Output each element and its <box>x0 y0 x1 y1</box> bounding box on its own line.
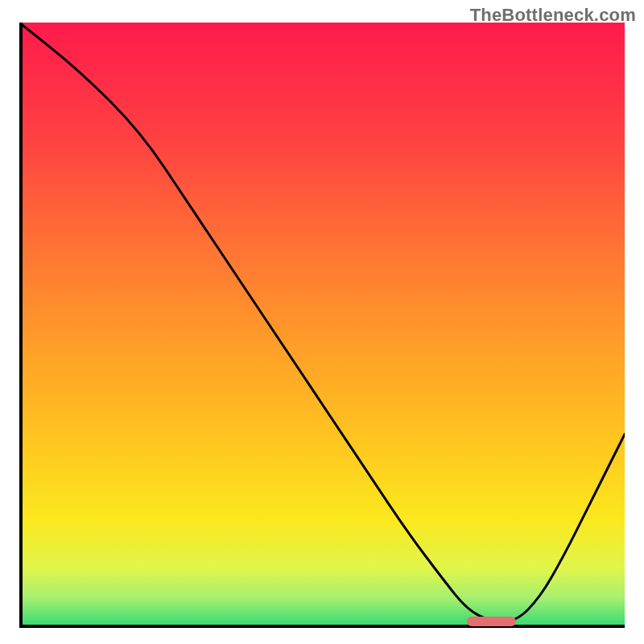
plot-area <box>19 23 625 628</box>
chart-container: TheBottleneck.com <box>0 0 644 644</box>
optimal-marker <box>467 617 515 626</box>
line-curve <box>19 23 625 628</box>
watermark-text: TheBottleneck.com <box>470 5 636 26</box>
x-axis <box>19 625 625 628</box>
y-axis <box>19 23 23 628</box>
